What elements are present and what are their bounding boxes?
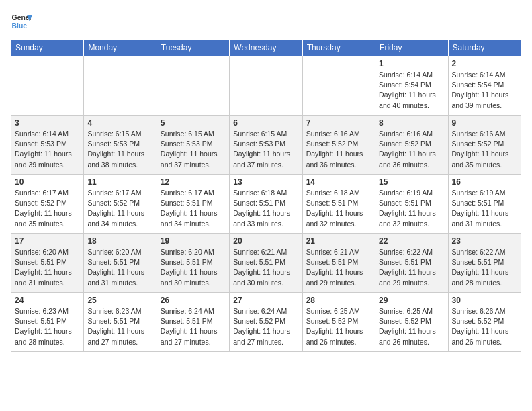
day-cell: 23Sunrise: 6:22 AM Sunset: 5:51 PM Dayli… [448,234,521,293]
day-number: 14 [306,177,371,187]
day-number: 11 [87,177,152,187]
day-info: Sunrise: 6:16 AM Sunset: 5:52 PM Dayligh… [379,129,444,170]
day-number: 23 [452,236,517,246]
day-cell: 10Sunrise: 6:17 AM Sunset: 5:52 PM Dayli… [11,175,84,234]
day-number: 29 [379,295,444,305]
svg-text:Blue: Blue [12,22,28,30]
day-info: Sunrise: 6:14 AM Sunset: 5:53 PM Dayligh… [15,129,80,170]
day-cell: 6Sunrise: 6:15 AM Sunset: 5:53 PM Daylig… [230,116,302,175]
day-number: 5 [161,118,226,128]
day-info: Sunrise: 6:18 AM Sunset: 5:51 PM Dayligh… [233,188,298,229]
logo-icon: General Blue [11,11,32,32]
day-cell: 3Sunrise: 6:14 AM Sunset: 5:53 PM Daylig… [11,116,84,175]
day-cell: 5Sunrise: 6:15 AM Sunset: 5:53 PM Daylig… [157,116,229,175]
day-cell: 18Sunrise: 6:20 AM Sunset: 5:51 PM Dayli… [84,234,157,293]
day-number: 12 [161,177,226,187]
day-number: 8 [379,118,444,128]
day-info: Sunrise: 6:17 AM Sunset: 5:52 PM Dayligh… [15,188,80,229]
weekday-header-tuesday: Tuesday [157,40,229,56]
day-number: 24 [15,295,80,305]
day-cell: 13Sunrise: 6:18 AM Sunset: 5:51 PM Dayli… [230,175,302,234]
day-info: Sunrise: 6:17 AM Sunset: 5:51 PM Dayligh… [161,188,226,229]
day-info: Sunrise: 6:20 AM Sunset: 5:51 PM Dayligh… [161,247,226,288]
calendar-table: SundayMondayTuesdayWednesdayThursdayFrid… [11,39,521,352]
weekday-header-thursday: Thursday [302,40,375,56]
day-number: 16 [452,177,517,187]
day-cell [11,56,84,116]
day-number: 9 [452,118,517,128]
day-number: 6 [233,118,298,128]
day-cell [302,56,375,116]
day-cell [157,56,229,116]
day-info: Sunrise: 6:20 AM Sunset: 5:51 PM Dayligh… [15,247,80,288]
day-cell: 28Sunrise: 6:25 AM Sunset: 5:52 PM Dayli… [302,293,375,352]
day-info: Sunrise: 6:21 AM Sunset: 5:51 PM Dayligh… [233,247,298,288]
weekday-header-sunday: Sunday [11,40,84,56]
day-cell [230,56,302,116]
week-row-4: 17Sunrise: 6:20 AM Sunset: 5:51 PM Dayli… [11,234,521,293]
day-cell: 24Sunrise: 6:23 AM Sunset: 5:51 PM Dayli… [11,293,84,352]
day-number: 28 [306,295,371,305]
day-info: Sunrise: 6:19 AM Sunset: 5:51 PM Dayligh… [379,188,444,229]
day-cell: 22Sunrise: 6:22 AM Sunset: 5:51 PM Dayli… [375,234,448,293]
day-number: 19 [161,236,226,246]
day-info: Sunrise: 6:24 AM Sunset: 5:51 PM Dayligh… [161,306,226,347]
day-number: 13 [233,177,298,187]
day-cell: 7Sunrise: 6:16 AM Sunset: 5:52 PM Daylig… [302,116,375,175]
day-cell: 21Sunrise: 6:21 AM Sunset: 5:51 PM Dayli… [302,234,375,293]
day-cell: 19Sunrise: 6:20 AM Sunset: 5:51 PM Dayli… [157,234,229,293]
day-info: Sunrise: 6:23 AM Sunset: 5:51 PM Dayligh… [87,306,152,347]
week-row-2: 3Sunrise: 6:14 AM Sunset: 5:53 PM Daylig… [11,116,521,175]
day-info: Sunrise: 6:22 AM Sunset: 5:51 PM Dayligh… [379,247,444,288]
day-cell: 8Sunrise: 6:16 AM Sunset: 5:52 PM Daylig… [375,116,448,175]
weekday-header-wednesday: Wednesday [230,40,302,56]
day-info: Sunrise: 6:14 AM Sunset: 5:54 PM Dayligh… [452,70,517,111]
day-number: 20 [233,236,298,246]
day-info: Sunrise: 6:23 AM Sunset: 5:51 PM Dayligh… [15,306,80,347]
day-info: Sunrise: 6:15 AM Sunset: 5:53 PM Dayligh… [233,129,298,170]
day-number: 21 [306,236,371,246]
week-row-3: 10Sunrise: 6:17 AM Sunset: 5:52 PM Dayli… [11,175,521,234]
day-number: 1 [379,59,444,68]
weekday-header-row: SundayMondayTuesdayWednesdayThursdayFrid… [11,40,521,56]
day-cell: 30Sunrise: 6:26 AM Sunset: 5:52 PM Dayli… [448,293,521,352]
day-cell: 4Sunrise: 6:15 AM Sunset: 5:53 PM Daylig… [84,116,157,175]
day-cell: 17Sunrise: 6:20 AM Sunset: 5:51 PM Dayli… [11,234,84,293]
day-info: Sunrise: 6:19 AM Sunset: 5:51 PM Dayligh… [452,188,517,229]
day-cell: 2Sunrise: 6:14 AM Sunset: 5:54 PM Daylig… [448,56,521,116]
day-info: Sunrise: 6:21 AM Sunset: 5:51 PM Dayligh… [306,247,371,288]
week-row-5: 24Sunrise: 6:23 AM Sunset: 5:51 PM Dayli… [11,293,521,352]
day-number: 25 [87,295,152,305]
day-number: 18 [87,236,152,246]
day-info: Sunrise: 6:17 AM Sunset: 5:52 PM Dayligh… [87,188,152,229]
day-cell: 25Sunrise: 6:23 AM Sunset: 5:51 PM Dayli… [84,293,157,352]
day-number: 27 [233,295,298,305]
day-cell: 11Sunrise: 6:17 AM Sunset: 5:52 PM Dayli… [84,175,157,234]
day-cell: 16Sunrise: 6:19 AM Sunset: 5:51 PM Dayli… [448,175,521,234]
day-number: 26 [161,295,226,305]
day-cell: 15Sunrise: 6:19 AM Sunset: 5:51 PM Dayli… [375,175,448,234]
day-info: Sunrise: 6:15 AM Sunset: 5:53 PM Dayligh… [87,129,152,170]
day-cell: 1Sunrise: 6:14 AM Sunset: 5:54 PM Daylig… [375,56,448,116]
day-info: Sunrise: 6:24 AM Sunset: 5:52 PM Dayligh… [233,306,298,347]
weekday-header-saturday: Saturday [448,40,521,56]
day-info: Sunrise: 6:20 AM Sunset: 5:51 PM Dayligh… [87,247,152,288]
day-cell: 9Sunrise: 6:16 AM Sunset: 5:52 PM Daylig… [448,116,521,175]
day-info: Sunrise: 6:25 AM Sunset: 5:52 PM Dayligh… [306,306,371,347]
day-cell: 27Sunrise: 6:24 AM Sunset: 5:52 PM Dayli… [230,293,302,352]
day-number: 10 [15,177,80,187]
week-row-1: 1Sunrise: 6:14 AM Sunset: 5:54 PM Daylig… [11,56,521,116]
day-number: 7 [306,118,371,128]
day-cell: 26Sunrise: 6:24 AM Sunset: 5:51 PM Dayli… [157,293,229,352]
day-info: Sunrise: 6:25 AM Sunset: 5:52 PM Dayligh… [379,306,444,347]
day-info: Sunrise: 6:16 AM Sunset: 5:52 PM Dayligh… [306,129,371,170]
day-number: 4 [87,118,152,128]
day-cell: 20Sunrise: 6:21 AM Sunset: 5:51 PM Dayli… [230,234,302,293]
day-info: Sunrise: 6:15 AM Sunset: 5:53 PM Dayligh… [161,129,226,170]
day-info: Sunrise: 6:14 AM Sunset: 5:54 PM Dayligh… [379,70,444,111]
day-number: 22 [379,236,444,246]
weekday-header-monday: Monday [84,40,157,56]
day-info: Sunrise: 6:16 AM Sunset: 5:52 PM Dayligh… [452,129,517,170]
page-header: General Blue [11,11,521,32]
day-number: 15 [379,177,444,187]
